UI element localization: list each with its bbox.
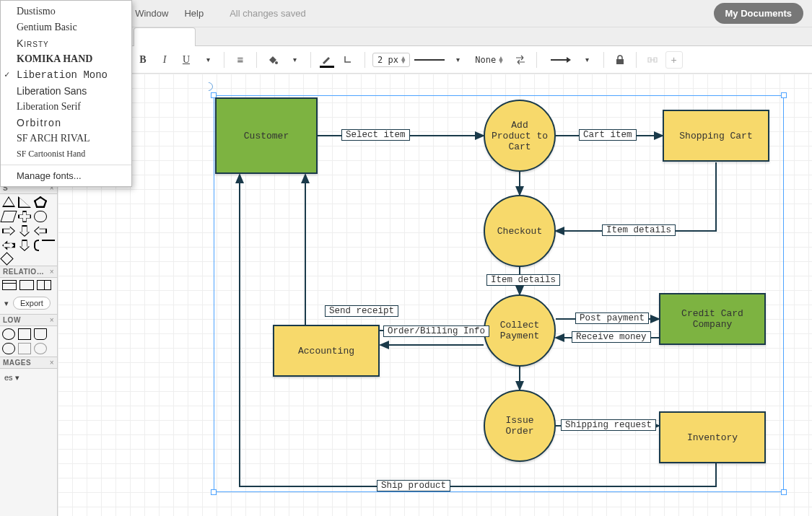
font-sf-cartoonist[interactable]: SF Cartoonist Hand	[1, 147, 131, 162]
label-ship-product[interactable]: Ship product	[377, 480, 450, 491]
stroke-width-field[interactable]: 2 px▲▼	[372, 53, 410, 67]
shape-brace[interactable]	[34, 240, 39, 251]
handle-se[interactable]	[781, 489, 787, 495]
line-style-button[interactable]	[414, 55, 445, 65]
font-liberation-mono[interactable]: Liberation Mono	[1, 67, 131, 83]
underline-button[interactable]: U	[178, 51, 195, 69]
line-shape-button[interactable]	[340, 51, 357, 69]
shape-doc[interactable]	[34, 328, 47, 340]
label-shipping-request[interactable]: Shipping request	[561, 419, 656, 431]
shape-arrow-right[interactable]	[2, 225, 15, 237]
font-kirsty[interactable]: Kirsty	[1, 35, 131, 51]
label-send-receipt[interactable]: Send receipt	[325, 305, 398, 317]
shape-table1[interactable]	[2, 280, 17, 290]
arrow-style-button[interactable]	[544, 51, 575, 69]
shape-triangle[interactable]	[2, 196, 15, 207]
arrow-icon	[551, 59, 568, 61]
lock-icon	[616, 55, 624, 65]
palette-flow	[0, 326, 57, 357]
palette-relations	[0, 278, 57, 292]
font-liberation-sans[interactable]: Liberation Sans	[1, 83, 131, 99]
pencil-icon	[321, 55, 333, 65]
font-manage[interactable]: Manage fonts...	[1, 168, 131, 183]
save-status: All changes saved	[230, 8, 306, 19]
node-customer[interactable]: Customer	[215, 97, 318, 174]
node-credit-card[interactable]: Credit Card Company	[659, 293, 766, 345]
font-dustismo[interactable]: Dustismo	[1, 4, 131, 19]
export-button[interactable]: Export	[13, 297, 51, 310]
font-sf-arch[interactable]: SF ARCH RIVAL	[1, 131, 131, 147]
italic-button[interactable]: I	[156, 51, 173, 69]
paint-bucket-icon	[267, 54, 279, 66]
shape-line[interactable]	[42, 240, 55, 241]
shape-circle[interactable]	[2, 328, 15, 340]
node-shopping-cart[interactable]: Shopping Cart	[663, 110, 769, 162]
shape-circle-gray[interactable]	[34, 343, 47, 354]
label-cart-item[interactable]: Cart item	[579, 129, 637, 141]
link-icon	[647, 56, 658, 64]
node-collect-payment[interactable]: Collect Payment	[484, 294, 556, 367]
dash-field[interactable]: None▲▼	[471, 53, 507, 66]
svg-rect-1	[616, 59, 624, 64]
align-button[interactable]: ≡	[232, 51, 249, 69]
label-select-item[interactable]: Select item	[341, 129, 410, 141]
bold-button[interactable]: B	[134, 51, 152, 69]
images-dropdown[interactable]: es ▾	[4, 373, 19, 382]
shape-arrow-updown[interactable]	[18, 240, 31, 251]
label-post-payment[interactable]: Post payment	[575, 312, 649, 324]
shape-parallelogram[interactable]	[0, 211, 17, 222]
shape-table2[interactable]	[19, 280, 34, 290]
canvas[interactable]: Customer Add Product to Cart Shopping Ca…	[58, 74, 812, 516]
shape-diamond[interactable]	[0, 252, 13, 265]
shape-arrow-down[interactable]	[18, 225, 31, 237]
label-item-details-1[interactable]: Item details	[602, 224, 676, 236]
my-documents-button[interactable]: My Documents	[714, 3, 803, 24]
font-orbitron[interactable]: Orbitron	[1, 115, 131, 131]
arrow-style-dropdown[interactable]: ▾	[579, 51, 596, 69]
shape-right-triangle[interactable]	[18, 196, 31, 208]
swap-ends-button[interactable]	[512, 51, 529, 69]
shape-table3[interactable]	[37, 280, 51, 290]
font-liberation-serif[interactable]: Liberation Serif	[1, 99, 131, 115]
handle-ne[interactable]	[781, 92, 787, 98]
font-menu[interactable]: Dustismo Gentium Basic Kirsty KOMIKA HAN…	[0, 0, 132, 187]
label-item-details-2[interactable]: Item details	[486, 274, 560, 286]
node-inventory[interactable]: Inventory	[659, 411, 766, 463]
shape-plus[interactable]	[18, 211, 31, 222]
menu-window[interactable]: Window	[135, 8, 168, 19]
shape-pentagon[interactable]	[34, 196, 47, 208]
palette-header-flow[interactable]: LOW×	[0, 314, 57, 326]
palette-shapes	[0, 194, 57, 266]
shape-cloud[interactable]	[34, 211, 47, 222]
line-color-button[interactable]	[318, 51, 336, 69]
shape-rect[interactable]	[18, 328, 31, 340]
line-style-dropdown[interactable]: ▾	[449, 51, 466, 69]
palette-header-relations[interactable]: RELATIO…×	[0, 266, 57, 278]
label-billing[interactable]: Order/Billing Info	[383, 325, 489, 337]
node-add-product[interactable]: Add Product to Cart	[484, 100, 556, 172]
add-button[interactable]: +	[665, 51, 683, 69]
shape-arrow-bidir[interactable]	[34, 225, 47, 237]
line-corner-icon	[343, 54, 354, 66]
text-style-dropdown[interactable]: ▾	[199, 51, 217, 69]
shape-rect-gray[interactable]	[18, 343, 31, 354]
lock-button[interactable]	[611, 51, 629, 69]
font-gentium[interactable]: Gentium Basic	[1, 19, 131, 35]
svg-point-0	[275, 61, 278, 64]
relation-dropdown[interactable]: ▾	[4, 299, 9, 308]
menu-help[interactable]: Help	[184, 8, 204, 19]
node-checkout[interactable]: Checkout	[484, 195, 556, 267]
palette-header-images[interactable]: MAGES×	[0, 357, 57, 369]
fill-color-button[interactable]	[264, 51, 281, 69]
label-receive-money[interactable]: Receive money	[572, 331, 651, 343]
node-issue-order[interactable]: Issue Order	[484, 390, 556, 462]
page-tab[interactable]	[134, 27, 196, 46]
fill-color-dropdown[interactable]: ▾	[286, 51, 303, 69]
handle-sw[interactable]	[211, 489, 217, 495]
node-accounting[interactable]: Accounting	[273, 325, 380, 377]
shape-arrow-left[interactable]	[2, 240, 15, 251]
swap-icon	[515, 55, 526, 65]
link-button[interactable]	[644, 51, 661, 69]
shape-db[interactable]	[2, 343, 15, 354]
font-komika[interactable]: KOMIKA HAND	[1, 51, 131, 67]
